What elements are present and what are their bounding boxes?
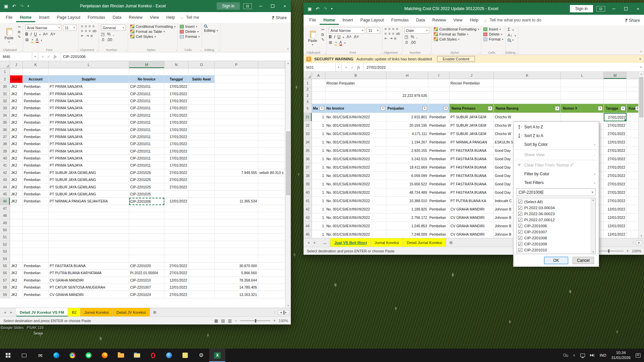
increase-font-icon[interactable]: A˄ [43,32,48,37]
cell[interactable] [386,79,428,87]
cell-supplier[interactable] [49,241,129,248]
cell-note[interactable] [258,112,285,119]
cell[interactable] [561,79,604,87]
cell-account[interactable]: Pembelian [23,176,49,183]
cell-supplier[interactable]: PT SUBUR JAYA GEMILANG [49,176,129,183]
cell-saldo-awal[interactable] [189,105,215,112]
cell-kuantitas[interactable] [627,180,638,188]
cell-nama-pemasok[interactable]: PT SUBUR JAYA GEM [449,113,494,121]
row-header-35[interactable]: 35 [0,119,10,126]
cell-match[interactable]: 1 [312,130,325,138]
copy-icon[interactable]: ⧉ [18,30,21,34]
cells-button-delete[interactable]: Delete▾ [180,29,200,34]
cell-account[interactable]: Pembelian [23,112,49,119]
cell-tanggal[interactable]: 27/01/2022 [604,180,627,188]
header-account[interactable]: Account [23,75,49,83]
add-sheet-icon[interactable]: ⊕ [150,308,160,316]
cell-kode[interactable] [10,255,23,262]
tab-insert[interactable]: Insert [339,15,357,25]
dialog-launcher-icon[interactable]: ⌟ [200,48,201,51]
cell-kode[interactable]: JK2 [10,155,23,162]
cell-type[interactable]: Pembelian [428,214,449,222]
cell-penjualan[interactable]: 10.388.010 [386,197,428,205]
align-bottom-icon[interactable]: ≡ [89,24,91,28]
bold-button[interactable]: B [25,32,28,37]
font-name-select[interactable]: Arial Narrow▾ [25,24,61,31]
cell-penjualan[interactable]: 48.734.489 [386,188,428,197]
column-header-K[interactable]: K [494,72,561,79]
cell-account[interactable] [23,234,49,241]
cell-saldo-awal[interactable] [189,198,215,205]
tab-tell-me[interactable]: Tell me [184,13,201,22]
cell-amount[interactable] [215,162,258,169]
cell-rincian-penjualan[interactable]: Rincian Penjualan [325,79,386,87]
row-header-5[interactable]: 5 [304,104,312,113]
font-size-select[interactable]: 11▾ [63,24,76,31]
align-bottom-icon[interactable]: ≡ [392,27,394,31]
cell[interactable] [258,68,285,75]
cell-kode[interactable]: JK2 [10,83,23,90]
cell-supplier[interactable]: PT PRIMA SANJAYA [49,162,129,169]
cell-supplier[interactable]: PT SUBUR JAYA GEMILANG [49,169,129,176]
cell-tanggal[interactable]: 27/01/2022 [604,146,627,155]
editing-collapsed-button[interactable]: Editing▾ [204,28,218,33]
cell-kode[interactable]: JK2 [10,112,23,119]
cell-saldo-awal[interactable] [189,269,215,277]
network-icon[interactable] [580,354,585,357]
align-middle-icon[interactable]: ≡ [85,24,87,28]
row-header-31[interactable]: 31 [0,90,10,97]
dialog-launcher-icon[interactable]: ⌟ [380,51,381,54]
cell-no-invoice[interactable]: No. 001/CSI/EX/INV/II/2022 [325,222,386,230]
checkbox-checked-icon[interactable]: ✓ [518,218,522,222]
cell-kode[interactable]: JK2 [10,126,23,133]
taskbar-excel-icon[interactable]: X [209,349,225,362]
cell-account[interactable] [23,205,49,212]
cell-invoice[interactable]: CIP-2201011 [129,162,164,169]
cell-type[interactable]: Pembelian [428,172,449,180]
filter-menu-item-sort-a-to-z[interactable]: ↓AZSort A to Z [514,123,599,131]
cell-invoice[interactable]: PI.2022.01.00004 [129,269,164,277]
cell-supplier[interactable]: PT SUBUR JAYA GEMILANG [49,183,129,190]
zoom-slider[interactable] [240,320,270,321]
cell-account[interactable]: Pembelian [23,126,49,133]
cut-icon[interactable]: ✂ [321,28,324,32]
cell-note[interactable] [258,191,285,198]
cell[interactable] [386,100,428,104]
cell-account[interactable]: Pembelian [23,155,49,162]
taskbar-browser-icon[interactable] [161,349,177,362]
cell-note[interactable] [258,162,285,169]
cell-tanggal[interactable]: 12/01/2022 [164,284,189,291]
cell-kode[interactable] [10,227,23,234]
cell-tanggal[interactable] [164,205,189,212]
cell[interactable] [258,75,285,83]
taskbar-clock[interactable]: 10.34 31/01/2026 [611,350,631,360]
row-header-54[interactable]: 54 [0,255,10,262]
filter-header-nama-barang[interactable]: Nama Barang▾ [494,104,561,113]
cell-amount[interactable] [215,140,258,147]
cell-account[interactable]: Pembelian [23,83,49,90]
cell-saldo-awal[interactable] [189,212,215,219]
cell-kode[interactable]: JK2 [10,140,23,147]
minimize-button[interactable] [255,0,267,12]
sheet-nav-right-icon[interactable]: ► [10,311,13,314]
font-size-select[interactable]: 11▾ [367,27,380,34]
cell-tanggal[interactable] [164,241,189,248]
tab-help[interactable]: Help [466,15,482,25]
formula-bar-value[interactable]: 27/01/2022 [364,63,638,71]
filter-dropdown-icon[interactable]: ▾ [381,106,385,111]
cell-kuantitas[interactable] [627,121,638,130]
name-box[interactable]: M46 [0,52,32,61]
cell-penjualan[interactable]: 6.059.099 [386,172,428,180]
right-sign-in-button[interactable]: Sign in [570,5,593,12]
number-format-select[interactable]: Date▾ [405,27,429,34]
cell-supplier[interactable] [49,205,129,212]
cell-saldo-awal[interactable] [189,219,215,226]
filter-dropdown-icon[interactable]: ▾ [555,106,559,111]
cell-invoice[interactable] [129,205,164,212]
cell-note[interactable] [258,269,285,277]
cell-no-invoice[interactable]: No. 001/CSI/EX/INV/II/2022 [325,172,386,180]
row-header-45[interactable]: 45 [304,230,312,238]
format-painter-icon[interactable]: ✎ [321,38,324,42]
cells-button-insert[interactable]: Insert▾ [180,24,200,28]
cell-tanggal[interactable] [164,234,189,241]
